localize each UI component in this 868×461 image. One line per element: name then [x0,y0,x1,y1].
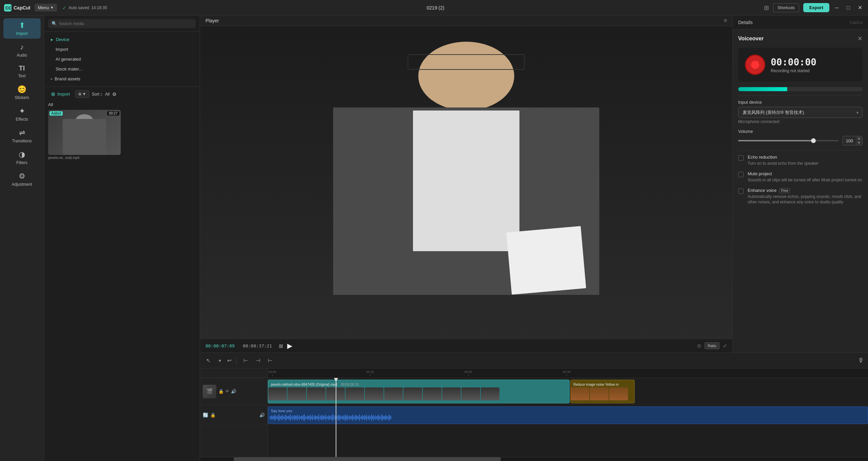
expand-arrow-icon: ▸ [51,77,53,81]
media-filename: pexels-mi...inal).mp4 [48,156,121,160]
fullscreen-icon[interactable]: ⤢ [723,342,727,349]
media-thumbnail[interactable]: Added 00:27 [48,110,121,155]
ruler-mark-1: 00:10 [366,370,374,376]
waveform-bar [387,416,387,419]
waveform-bar [366,415,367,421]
all-filter-button[interactable]: All [105,92,110,97]
maximize-button[interactable]: □ [844,4,852,12]
media-nav: ▸ Device Import AI generated Stock mater… [44,32,200,87]
divider-1 [738,95,863,96]
sort-button[interactable]: Sort ↕ [92,92,102,97]
waveform-bar [274,416,274,420]
undo-button[interactable]: ↩ [227,357,232,364]
ratio-button[interactable]: Ratio [705,342,719,349]
select-tool-button[interactable]: ↖ [204,356,213,365]
ruler-tick-1 [370,374,370,376]
waveform-bar [347,415,348,420]
waveform-bar [353,416,354,420]
waveform-bar [296,416,297,419]
menu-button[interactable]: Menu ▼ [35,4,57,12]
sidebar-item-effects[interactable]: ✦ Effects [3,104,41,124]
device-select[interactable]: 麦克风阵列 (英特尔® 智音技术) [738,107,863,118]
waveform-bar [299,415,300,420]
mic-button[interactable]: 🎙 [858,357,864,364]
track-audio-button[interactable]: 🔊 [231,389,236,394]
camera-icon[interactable]: ⊙ [697,342,701,349]
select-dropdown-button[interactable]: ▼ [216,357,224,364]
import-button[interactable]: ⊕ Import [48,89,73,99]
enhance-voice-checkbox[interactable] [738,188,744,194]
volume-value: 100 [843,137,856,145]
ruler-tick-0 [272,374,273,376]
sidebar-item-import[interactable]: ⬆ Import [3,18,41,39]
layout-icon[interactable]: ⊞ [764,4,769,12]
media-content: ⊕ Import ⊞ ▼ Sort ↕ All ⚙ All [44,87,200,461]
audio-mute-button[interactable]: 🔊 [259,413,265,418]
audio-track[interactable]: Say love you [268,405,868,425]
view-toggle-button[interactable]: ⊞ ▼ [75,90,89,98]
split-tool-button[interactable]: ⊢ [241,356,250,365]
mute-project-text: Mute project Sounds in all clips will be… [748,171,863,183]
search-input-wrap[interactable]: 🔍 [48,19,196,28]
shortcuts-button[interactable]: Shortcuts [773,3,799,12]
check-icon: ✓ [62,5,66,11]
chapters-icon[interactable]: ▦ [279,343,283,348]
recorder-area: 00:00:00 Recording not started [738,48,863,82]
video-clip-main[interactable]: pexels-mikhail-nilov-8847405 (Original).… [268,380,570,403]
sidebar-item-adjustment[interactable]: ⚙ Adjustment [3,169,41,189]
waveform-bar [378,415,379,421]
nav-item-device[interactable]: ▸ Device [44,35,200,44]
play-button[interactable]: ▶ [287,342,292,350]
mute-project-desc: Sounds in all clips will be turned off a… [748,177,863,183]
audio-lock-button[interactable]: 🔒 [210,413,216,418]
track-lock-button[interactable]: 🔒 [218,389,224,394]
nav-item-brand-assets[interactable]: ▸ Brand assets [44,74,200,84]
list-item[interactable]: Added 00:27 pexels-mi...inal).mp4 [48,110,121,160]
record-button[interactable] [745,55,765,75]
search-input[interactable] [59,21,192,26]
volume-down-button[interactable]: ▼ [856,141,862,145]
waveform-bar [331,416,331,419]
close-voiceover-button[interactable]: ✕ [857,35,863,42]
export-button[interactable]: Export [803,3,829,12]
waveform-bar [312,415,313,420]
mute-project-checkbox[interactable] [738,172,744,177]
waveform-bar [343,415,343,420]
close-button[interactable]: ✕ [856,4,864,12]
media-panel: 🔍 ▸ Device Import AI generated Stock mat… [44,16,200,461]
scrollbar-thumb[interactable] [234,457,501,461]
sidebar-item-stickers[interactable]: 😊 Stickers [3,82,41,103]
sidebar-item-transitions[interactable]: ⇌ Transitions [3,126,41,146]
sidebar-item-filters[interactable]: ◑ Filters [3,147,41,168]
audio-loop-button[interactable]: 🔄 [203,413,208,418]
echo-reduction-desc: Turn on to avoid echo from the speaker [748,161,863,166]
video-clip-effect[interactable]: Reduce image noise Yellow m [570,380,635,403]
waveform-bar [346,416,347,420]
trim-left-button[interactable]: ⊣ [254,356,262,365]
total-time: 00:00:37:21 [243,343,272,348]
track-visibility-button[interactable]: 👁 [225,389,230,394]
minimize-button[interactable]: ─ [833,4,841,12]
nav-item-import[interactable]: Import [44,44,200,54]
player-menu-icon[interactable]: ≡ [724,18,727,24]
echo-reduction-checkbox[interactable] [738,155,744,161]
sidebar-item-text[interactable]: TI Text [3,62,41,81]
audio-clip[interactable]: Say love you [268,406,868,424]
trim-right-button[interactable]: ⊢ [266,356,275,365]
mini-thumb-9 [442,387,461,400]
ruler-tick-3 [567,374,567,376]
waveform-bar [333,414,333,421]
nav-item-stock[interactable]: Stock mater... [44,64,200,74]
video-preview [200,26,732,339]
video-track[interactable]: pexels-mikhail-nilov-8847405 (Original).… [268,378,868,405]
sidebar-item-audio[interactable]: ♪ Audio [3,40,41,60]
horizontal-scrollbar[interactable] [200,457,868,461]
volume-slider-wrap[interactable] [738,140,839,141]
waveform-bar [374,417,375,419]
filter-icon-button[interactable]: ⚙ [112,92,117,97]
nav-item-ai-generated[interactable]: AI generated [44,54,200,64]
volume-spinners: ▲ ▼ [856,136,862,145]
volume-up-button[interactable]: ▲ [856,136,862,141]
volume-slider[interactable] [738,140,839,141]
waveform-bar [320,416,321,420]
